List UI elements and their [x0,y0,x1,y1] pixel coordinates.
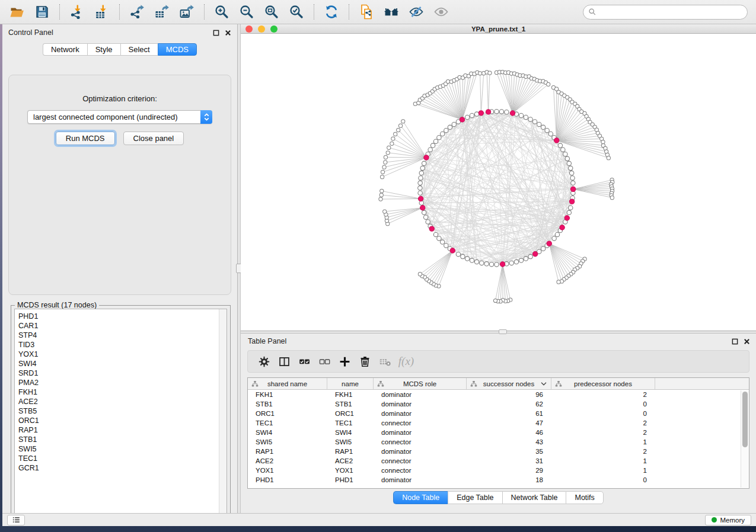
network-window-titlebar[interactable]: YPA_prune.txt_1 [241,24,756,34]
table-cell: dominator [374,448,467,455]
table-cell: 62 [467,400,551,408]
tab-edge-table[interactable]: Edge Table [448,491,502,504]
table-row[interactable]: FKH1FKH1dominator962 [248,390,749,399]
mcds-result-item[interactable]: TEC1 [18,454,219,463]
zoom-fit-icon[interactable] [263,3,280,21]
search-input[interactable] [599,8,742,16]
show-all-columns-icon[interactable] [294,352,314,370]
mcds-result-item[interactable]: SWI5 [18,444,219,454]
show-all-icon[interactable] [432,3,450,21]
main-toolbar [0,0,756,24]
mcds-result-item[interactable]: RAP1 [18,425,219,435]
tab-mcds[interactable]: MCDS [158,43,197,56]
mcds-result-item[interactable]: CAR1 [18,321,219,331]
mcds-result-item[interactable]: PHD1 [18,312,219,321]
table-row[interactable]: RAP1RAP1dominator352 [248,447,749,456]
save-session-icon[interactable] [33,3,51,21]
table-row[interactable]: PHD1PHD1dominator180 [248,475,749,485]
run-mcds-button[interactable]: Run MCDS [56,132,115,145]
tab-node-table[interactable]: Node Table [393,491,448,504]
table-row[interactable]: YOX1YOX1connector291 [248,466,749,475]
mcds-result-list[interactable]: PHD1CAR1STP4TID3YOX1SWI4SRD1PMA2FKH1ACE2… [15,309,219,516]
close-panel-icon[interactable] [744,338,750,345]
import-network-icon[interactable] [68,3,86,21]
task-history-button[interactable] [7,515,25,525]
close-panel-icon[interactable] [225,30,231,36]
zoom-out-icon[interactable] [238,3,256,21]
create-column-icon[interactable] [334,352,355,370]
tab-style[interactable]: Style [87,43,120,56]
column-header-name[interactable]: name [327,378,374,389]
column-header-successor-nodes[interactable]: successor nodes [467,378,551,389]
table-row[interactable]: SWI4SWI4dominator462 [248,428,749,437]
search-icon [588,8,596,16]
network-view-window: YPA_prune.txt_1 [241,24,756,331]
table-scrollbar[interactable] [741,390,749,488]
hide-selected-icon[interactable] [407,3,425,21]
export-network-icon[interactable] [128,3,146,21]
mcds-result-item[interactable]: GCR1 [18,463,219,473]
memory-status-icon [712,517,717,523]
column-header-MCDS-role[interactable]: MCDS role [374,378,467,389]
tab-motifs[interactable]: Motifs [566,491,603,504]
table-cell: STB1 [248,400,327,408]
first-neighbors-icon[interactable] [382,3,400,21]
mcds-result-item[interactable]: ORC1 [18,416,219,425]
mcds-result-item[interactable]: SWI4 [18,359,219,368]
tab-network[interactable]: Network [43,43,87,56]
table-cell: 2 [551,429,655,436]
table-cell: TEC1 [248,419,327,427]
mcds-result-item[interactable]: FKH1 [18,387,219,397]
tab-network-table[interactable]: Network Table [502,491,566,504]
export-table-icon[interactable] [153,3,171,21]
node-table-header: shared namenameMCDS rolesuccessor nodesp… [248,378,749,390]
mcds-result-item[interactable]: ACE2 [18,397,219,406]
export-image-icon[interactable] [178,3,196,21]
mcds-result-item[interactable]: STB1 [18,435,219,444]
network-window-title: YPA_prune.txt_1 [241,25,756,33]
table-tabs: Node TableEdge TableNetwork TableMotifs [241,491,756,504]
table-row[interactable]: TEC1TEC1connector472 [248,418,749,428]
hide-all-columns-icon[interactable] [314,352,334,370]
zoom-selected-icon[interactable] [288,3,305,21]
column-header-shared-name[interactable]: shared name [248,378,327,389]
network-graph[interactable] [241,34,756,331]
float-panel-icon[interactable] [213,30,219,36]
open-file-icon[interactable] [8,3,26,21]
column-header-predecessor-nodes[interactable]: predecessor nodes [551,378,655,389]
mcds-result-item[interactable]: SRD1 [18,368,219,378]
table-row[interactable]: STB1STB1dominator620 [248,399,749,409]
mcds-result-item[interactable]: PMA2 [18,378,219,387]
table-settings-gear-icon[interactable] [254,352,274,370]
splitter-grip-icon[interactable] [499,329,507,334]
mcds-result-item[interactable]: TID3 [18,340,219,350]
clone-network-icon[interactable] [358,3,375,21]
table-cell: connector [374,467,467,474]
mcds-result-scrollbar[interactable] [219,309,227,516]
mcds-result-item[interactable]: YOX1 [18,350,219,359]
close-panel-button[interactable]: Close panel [123,132,184,145]
table-cell: PHD1 [248,476,327,483]
scrollbar-thumb[interactable] [742,392,748,447]
mcds-result-item[interactable]: STB5 [18,406,219,416]
import-table-icon[interactable] [93,3,111,21]
mcds-result-box: MCDS result (17 nodes) PHD1CAR1STP4TID3Y… [11,305,231,520]
table-cell: ORC1 [327,410,374,417]
refresh-layout-icon[interactable] [323,3,340,21]
optimization-criterion-select[interactable]: largest connected component (undirected) [27,110,212,124]
table-row[interactable]: ACE2ACE2connector311 [248,456,749,466]
table-cell: YOX1 [327,467,374,474]
search-box[interactable] [583,5,748,20]
mcds-result-item[interactable]: STP4 [18,331,219,340]
split-table-icon[interactable] [274,352,294,370]
tab-select[interactable]: Select [120,43,158,56]
table-cell: FKH1 [327,391,374,398]
horizontal-splitter[interactable] [241,331,756,334]
delete-column-icon[interactable] [355,352,375,370]
table-row[interactable]: SWI5SWI5connector431 [248,437,749,447]
float-panel-icon[interactable] [732,338,738,345]
table-row[interactable]: ORC1ORC1dominator610 [248,409,749,418]
zoom-in-icon[interactable] [213,3,231,21]
memory-button[interactable]: Memory [705,515,751,525]
network-canvas[interactable] [241,34,756,331]
